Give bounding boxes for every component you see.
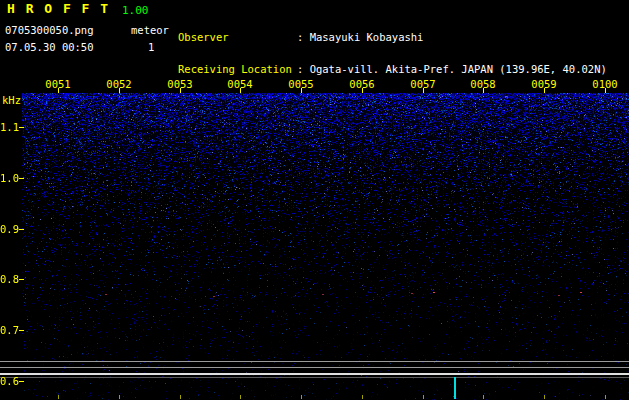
freq-label: 0.6 bbox=[0, 375, 18, 387]
bottom-time-tick bbox=[362, 395, 363, 399]
level-grid-line bbox=[0, 377, 629, 378]
freq-tick bbox=[19, 127, 24, 128]
info-label: Observer bbox=[178, 32, 297, 43]
time-tick bbox=[240, 88, 241, 93]
freq-tick bbox=[19, 330, 24, 331]
info-value: Masayuki Kobayashi bbox=[310, 31, 424, 43]
timestamp: 07.05.30 00:50 bbox=[5, 41, 94, 53]
time-tick bbox=[544, 88, 545, 93]
time-tick bbox=[180, 88, 181, 93]
freq-unit-label: kHz bbox=[2, 94, 21, 106]
bottom-time-tick bbox=[180, 395, 181, 399]
info-separator: : bbox=[297, 31, 310, 43]
bottom-time-tick bbox=[544, 395, 545, 399]
mode-label: meteor bbox=[131, 24, 169, 36]
info-row-observer: Observer: Masayuki Kobayashi bbox=[178, 32, 607, 43]
meteor-echo-marker bbox=[454, 377, 456, 399]
info-row-location: Receiving Location: Ogata-vill. Akita-Pr… bbox=[178, 64, 607, 75]
level-grid-line bbox=[0, 361, 629, 362]
freq-tick bbox=[19, 381, 24, 382]
time-tick bbox=[423, 88, 424, 93]
freq-tick bbox=[19, 279, 24, 280]
bottom-time-tick bbox=[119, 395, 120, 399]
time-tick bbox=[605, 88, 606, 93]
info-value: Ogata-vill. Akita-Pref. JAPAN (139.96E, … bbox=[310, 63, 607, 75]
bottom-time-tick bbox=[605, 395, 606, 399]
info-label: Receiving Location bbox=[178, 64, 297, 75]
bottom-time-tick bbox=[240, 395, 241, 399]
freq-tick bbox=[19, 229, 24, 230]
echo-count: 1 bbox=[148, 41, 154, 53]
output-filename: 0705300050.png bbox=[5, 24, 94, 36]
freq-label: 0.8 bbox=[0, 273, 18, 285]
level-grid-line bbox=[0, 373, 629, 375]
freq-label: 0.9 bbox=[0, 223, 18, 235]
time-tick bbox=[58, 88, 59, 93]
bottom-time-tick bbox=[58, 395, 59, 399]
info-separator: : bbox=[297, 63, 310, 75]
freq-tick bbox=[19, 178, 24, 179]
bottom-time-tick bbox=[483, 395, 484, 399]
time-tick bbox=[483, 88, 484, 93]
app-version: 1.00 bbox=[122, 5, 149, 17]
level-grid-line bbox=[0, 367, 629, 368]
freq-label: 1.1 bbox=[0, 121, 18, 133]
freq-label: 0.7 bbox=[0, 324, 18, 336]
freq-label: 1.0 bbox=[0, 172, 18, 184]
time-tick bbox=[362, 88, 363, 93]
time-tick bbox=[119, 88, 120, 93]
bottom-time-tick bbox=[301, 395, 302, 399]
app-title: H R O F F T bbox=[7, 3, 110, 15]
spectrogram-canvas bbox=[22, 93, 629, 400]
time-tick bbox=[301, 88, 302, 93]
hrofft-window: H R O F F T 1.00 0705300050.png meteor 0… bbox=[0, 0, 629, 400]
bottom-time-tick bbox=[423, 395, 424, 399]
